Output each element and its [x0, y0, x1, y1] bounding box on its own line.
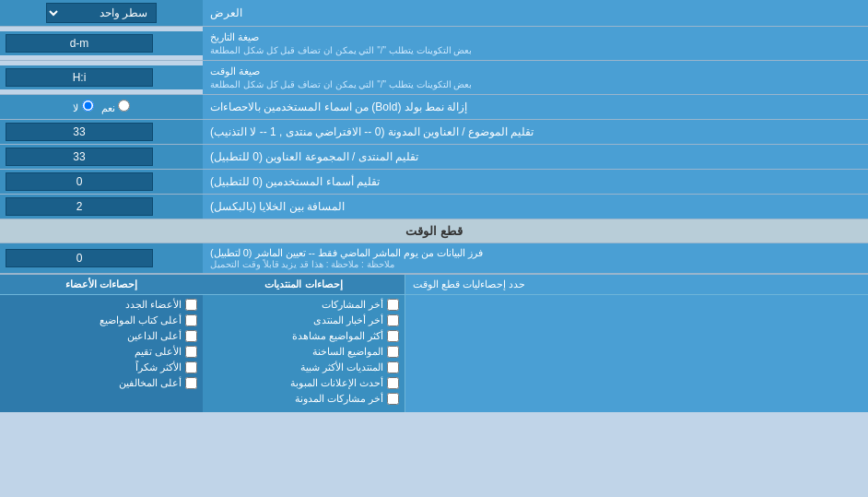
checkbox-last-posts[interactable]	[387, 299, 399, 311]
topics-limit-input[interactable]	[6, 123, 153, 141]
stats-col2-body: الأعضاء الجدد أعلى كتاب المواضيع أعلى ال…	[0, 295, 203, 412]
bold-no-radio[interactable]	[82, 100, 94, 112]
list-item: أخر المشاركات	[208, 299, 399, 311]
bold-stats-radio-area: نعم لا	[0, 95, 203, 119]
list-item: الأعلى تقيم	[6, 346, 197, 358]
topics-limit-label: تقليم الموضوع / العناوين المدونة (0 -- ا…	[203, 120, 868, 144]
stats-left-spacer	[405, 295, 868, 412]
list-item: الأعضاء الجدد	[6, 299, 197, 311]
usernames-trim-input-area	[0, 170, 203, 194]
time-format-row: صيغة الوقت بعض التكوينات يتطلب "/" التي …	[0, 61, 868, 95]
date-format-row: صيغة التاريخ بعض التكوينات يتطلب "/" الت…	[0, 27, 868, 61]
display-mode-label: العرض	[203, 3, 868, 23]
time-format-label: صيغة الوقت بعض التكوينات يتطلب "/" التي …	[203, 61, 868, 94]
display-mode-select[interactable]: سطر واحد سطرين ثلاثة أسطر	[46, 3, 157, 23]
checkbox-most-viewed[interactable]	[387, 330, 399, 342]
list-item: الأكثر شكراً	[6, 361, 197, 373]
list-item: المواضيع الساخنة	[208, 346, 399, 358]
realtime-filter-label: فرز البيانات من يوم الماشر الماضي فقط --…	[203, 243, 868, 273]
usernames-trim-label: تقليم أسماء المستخدمين (0 للتطبيل)	[203, 170, 868, 194]
bold-no-label: لا	[73, 100, 93, 114]
forum-titles-input-area	[0, 145, 203, 169]
checkbox-hot-topics[interactable]	[387, 346, 399, 358]
checkbox-last-news[interactable]	[387, 314, 399, 326]
stats-col2-header: إحصاءات الأعضاء	[0, 275, 203, 294]
cells-gap-input-area	[0, 195, 203, 219]
realtime-filter-input[interactable]	[6, 249, 153, 267]
topics-limit-row: تقليم الموضوع / العناوين المدونة (0 -- ا…	[0, 120, 868, 145]
stats-main-label: حدد إحصاءليات قطع الوقت	[405, 275, 868, 294]
date-format-input[interactable]	[6, 34, 153, 53]
bold-yes-radio[interactable]	[118, 100, 130, 112]
checkbox-most-thanked[interactable]	[185, 361, 197, 373]
checkbox-top-topic-writers[interactable]	[185, 314, 197, 326]
forum-titles-input[interactable]	[6, 148, 153, 166]
realtime-section-title: قطع الوقت	[0, 219, 868, 243]
realtime-filter-row: فرز البيانات من يوم الماشر الماضي فقط --…	[0, 243, 868, 274]
bold-stats-row: إزالة نمط بولد (Bold) من اسماء المستخدمي…	[0, 95, 868, 120]
list-item: أكثر المواضيع مشاهدة	[208, 330, 399, 342]
list-item: أخر مشاركات المدونة	[208, 393, 399, 405]
stats-section: حدد إحصاءليات قطع الوقت إحصاءات المنتديا…	[0, 274, 868, 412]
main-container: العرض سطر واحد سطرين ثلاثة أسطر صيغة الت…	[0, 0, 868, 412]
checkbox-top-violators[interactable]	[185, 377, 197, 389]
realtime-filter-input-area	[0, 243, 203, 273]
usernames-trim-input[interactable]	[6, 172, 153, 191]
cells-gap-label: المسافة بين الخلايا (بالبكسل)	[203, 195, 868, 219]
date-format-label: صيغة التاريخ بعض التكوينات يتطلب "/" الت…	[203, 27, 868, 60]
bold-stats-label: إزالة نمط بولد (Bold) من اسماء المستخدمي…	[203, 95, 868, 119]
cells-gap-row: المسافة بين الخلايا (بالبكسل)	[0, 195, 868, 219]
stats-body: أخر المشاركات أخر أخبار المنتدى أكثر الم…	[0, 295, 868, 412]
date-format-input-area	[0, 31, 203, 55]
checkbox-top-rated[interactable]	[185, 346, 197, 358]
forum-titles-label: تقليم المنتدى / المجموعة العناوين (0 للت…	[203, 145, 868, 169]
checkbox-last-blog-posts[interactable]	[387, 393, 399, 405]
checkbox-new-members[interactable]	[185, 299, 197, 311]
checkbox-most-similar[interactable]	[387, 361, 399, 373]
cells-gap-input[interactable]	[6, 197, 153, 216]
display-mode-select-area: سطر واحد سطرين ثلاثة أسطر	[0, 0, 203, 26]
time-format-input-area	[0, 65, 203, 89]
usernames-trim-row: تقليم أسماء المستخدمين (0 للتطبيل)	[0, 170, 868, 195]
list-item: أعلى كتاب المواضيع	[6, 314, 197, 326]
display-mode-row: العرض سطر واحد سطرين ثلاثة أسطر	[0, 0, 868, 27]
list-item: أحدث الإعلانات المبوبة	[208, 377, 399, 389]
checkbox-latest-ads[interactable]	[387, 377, 399, 389]
list-item: أعلى المخالفين	[6, 377, 197, 389]
list-item: أخر أخبار المنتدى	[208, 314, 399, 326]
forum-titles-row: تقليم المنتدى / المجموعة العناوين (0 للت…	[0, 145, 868, 170]
bold-yes-label: نعم	[101, 100, 130, 114]
topics-limit-input-area	[0, 120, 203, 144]
stats-col1-header: إحصاءات المنتديات	[203, 275, 405, 294]
stats-col1-body: أخر المشاركات أخر أخبار المنتدى أكثر الم…	[203, 295, 405, 412]
checkbox-top-inviters[interactable]	[185, 330, 197, 342]
time-format-input[interactable]	[6, 68, 153, 87]
list-item: أعلى الداعين	[6, 330, 197, 342]
stats-headers-row: حدد إحصاءليات قطع الوقت إحصاءات المنتديا…	[0, 275, 868, 295]
list-item: المنتديات الأكثر شبية	[208, 361, 399, 373]
